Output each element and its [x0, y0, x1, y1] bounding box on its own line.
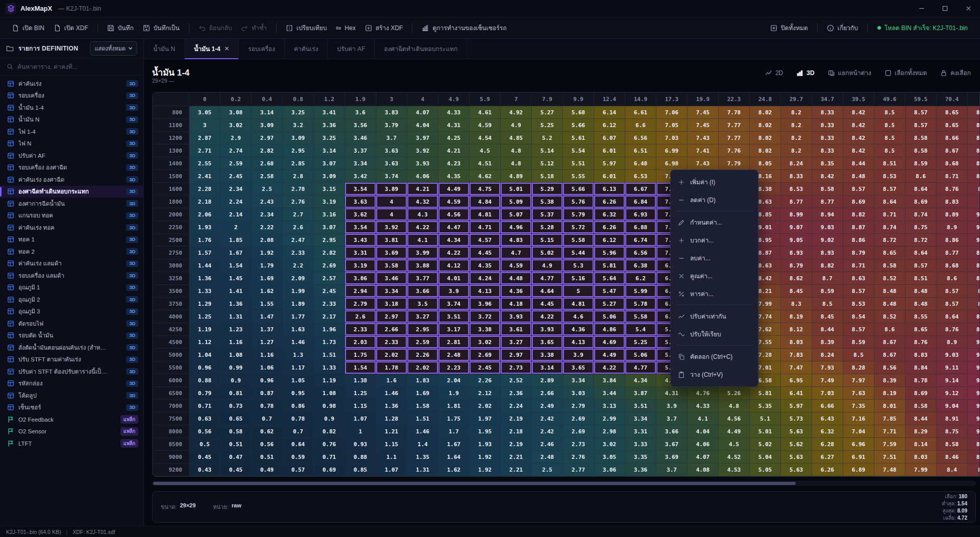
grid-cell[interactable]: 5.29	[532, 183, 563, 196]
grid-cell[interactable]: 0.51	[220, 438, 252, 451]
grid-cell[interactable]: 5.66	[563, 183, 594, 196]
view-control-2d[interactable]: 2D	[765, 69, 783, 77]
grid-cell[interactable]: 8.5	[843, 349, 874, 361]
sidebar-item[interactable]: โค้ดลูป3D	[0, 389, 143, 402]
column-header[interactable]: 5.9	[470, 92, 501, 106]
grid-cell[interactable]: 3.97	[407, 132, 438, 144]
sidebar-item[interactable]: ไฟ 1-43D	[0, 126, 143, 138]
grid-cell[interactable]: 2.59	[407, 336, 438, 349]
grid-cell[interactable]: 8.71	[937, 170, 968, 183]
grid-cell[interactable]: 3.34	[345, 157, 376, 170]
sidebar-item[interactable]: ปรับค่า AF3D	[0, 150, 143, 162]
grid-cell[interactable]: 9.11	[937, 361, 968, 374]
grid-cell[interactable]: 8.89	[937, 208, 968, 221]
grid-cell[interactable]: 8.62	[781, 272, 812, 285]
grid-cell[interactable]: 1.15	[376, 438, 407, 451]
grid-cell[interactable]: 8.33	[781, 170, 812, 183]
grid-cell[interactable]: 4.8	[719, 400, 750, 412]
grid-cell[interactable]: 8.72	[968, 106, 980, 119]
grid-cell[interactable]: 2.97	[376, 310, 407, 323]
grid-cell[interactable]: 3.07	[314, 157, 345, 170]
grid-cell[interactable]: 4.23	[438, 157, 470, 170]
grid-cell[interactable]: 9	[968, 196, 980, 208]
grid-cell[interactable]: 6.26	[594, 221, 625, 234]
column-header[interactable]: 3	[376, 92, 407, 106]
sidebar-item[interactable]: รอบเครื่อง3D	[0, 90, 143, 102]
grid-cell[interactable]: 8.95	[968, 247, 980, 259]
grid-cell[interactable]: 4.06	[407, 170, 438, 183]
row-header[interactable]: 3750	[153, 298, 189, 310]
row-header[interactable]: 1500	[153, 170, 189, 183]
close-button[interactable]	[957, 0, 980, 17]
grid-cell[interactable]: 5.02	[532, 247, 563, 259]
grid-cell[interactable]: 5.44	[563, 247, 594, 259]
grid-cell[interactable]: 8.69	[905, 196, 937, 208]
grid-cell[interactable]: 8.64	[937, 310, 968, 323]
grid-cell[interactable]: 3.41	[314, 106, 345, 119]
row-header[interactable]: 2250	[153, 221, 189, 234]
grid-cell[interactable]: 1.79	[252, 259, 283, 272]
grid-cell[interactable]: 6.12	[594, 119, 625, 132]
grid-cell[interactable]: 7.16	[843, 412, 874, 425]
grid-cell[interactable]: 8.05	[750, 157, 781, 170]
grid-cell[interactable]: 8.57	[905, 119, 937, 132]
grid-cell[interactable]: 9.03	[812, 221, 843, 234]
grid-cell[interactable]: 8.74	[905, 208, 937, 221]
grid-cell[interactable]: 4.33	[688, 400, 719, 412]
grid-cell[interactable]: 8.6	[905, 170, 937, 183]
grid-cell[interactable]: 3.31	[345, 247, 376, 259]
grid-cell[interactable]: 6.89	[843, 463, 874, 476]
grid-cell[interactable]: 6.43	[812, 412, 843, 425]
grid-cell[interactable]: 3.42	[345, 170, 376, 183]
grid-cell[interactable]: 8.01	[874, 400, 905, 412]
save-as-button[interactable]: บันทึกเป็น	[138, 20, 184, 36]
grid-cell[interactable]: 6.28	[812, 438, 843, 451]
grid-cell[interactable]: 3.9	[563, 349, 594, 361]
grid-cell[interactable]: 4.9	[501, 119, 532, 132]
grid-cell[interactable]: 2.48	[532, 451, 563, 463]
grid-cell[interactable]: 7.59	[874, 438, 905, 451]
sidebar-item[interactable]: แกนรอบ ทอค3D	[0, 210, 143, 222]
grid-cell[interactable]: 2.73	[501, 361, 532, 374]
grid-cell[interactable]: 1.08	[314, 387, 345, 400]
grid-cell[interactable]: 2.7	[283, 208, 314, 221]
sidebar-item[interactable]: เซ็นเซอร์3D	[0, 402, 143, 414]
grid-cell[interactable]: 8.74	[874, 221, 905, 234]
grid-cell[interactable]: 5.2	[532, 132, 563, 144]
grid-cell[interactable]: 9.07	[968, 425, 980, 438]
file-button[interactable]: เปิด BIN	[7, 20, 49, 36]
grid-cell[interactable]: 4.45	[470, 247, 501, 259]
grid-cell[interactable]: 2.22	[252, 221, 283, 234]
row-header[interactable]: 1600	[153, 183, 189, 196]
grid-cell[interactable]: 8.79	[781, 259, 812, 272]
grid-cell[interactable]: 8.02	[750, 132, 781, 144]
grid-cell[interactable]: 0.79	[189, 387, 220, 400]
grid-cell[interactable]: 1.47	[252, 310, 283, 323]
grid-cell[interactable]: 4.13	[470, 285, 501, 298]
grid-cell[interactable]: 5.63	[781, 463, 812, 476]
grid-cell[interactable]: 2.02	[376, 349, 407, 361]
grid-cell[interactable]: 8.77	[812, 196, 843, 208]
grid-cell[interactable]: 8.76	[937, 183, 968, 196]
grid-cell[interactable]: 1.19	[189, 323, 220, 336]
grid-cell[interactable]: 8.71	[843, 259, 874, 272]
grid-cell[interactable]: 8.67	[874, 349, 905, 361]
grid-cell[interactable]: 7.43	[688, 132, 719, 144]
column-header[interactable]: 9.9	[563, 92, 594, 106]
grid-cell[interactable]: 3	[189, 119, 220, 132]
view-control-คงเลือก[interactable]: คงเลือก	[940, 68, 971, 78]
grid-cell[interactable]: 8.42	[843, 144, 874, 157]
grid-cell[interactable]: 8.77	[781, 196, 812, 208]
tab[interactable]: ค่าคันเร่ง	[285, 39, 328, 59]
grid-cell[interactable]: 6.2	[625, 272, 656, 285]
grid-cell[interactable]: 1.04	[189, 349, 220, 361]
grid-cell[interactable]: 2.69	[470, 349, 501, 361]
grid-cell[interactable]: 2.02	[407, 361, 438, 374]
grid-cell[interactable]: 3.2	[283, 119, 314, 132]
column-header[interactable]: 0.8	[283, 92, 314, 106]
grid-cell[interactable]: 6.61	[625, 106, 656, 119]
column-header[interactable]: 17.3	[656, 92, 688, 106]
grid-cell[interactable]: 3.14	[532, 361, 563, 374]
grid-cell[interactable]: 3.17	[438, 323, 470, 336]
grid-cell[interactable]: 5.81	[750, 387, 781, 400]
